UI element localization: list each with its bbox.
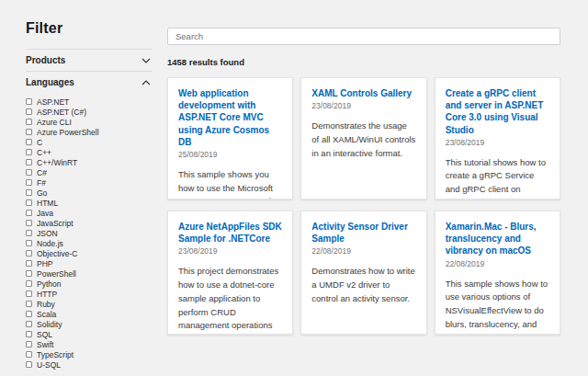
language-filter-option[interactable]: ASP.NET (C#) bbox=[26, 107, 153, 117]
sample-card-date: 23/08/2019 bbox=[446, 138, 549, 147]
checkbox-unchecked[interactable] bbox=[26, 260, 32, 267]
checkbox-unchecked[interactable] bbox=[26, 98, 32, 105]
language-label: U-SQL bbox=[37, 360, 61, 370]
language-filter-option[interactable]: C++/WinRT bbox=[26, 157, 153, 167]
sample-cards-grid: Web application development with ASP.NET… bbox=[167, 77, 560, 335]
language-filter-option[interactable]: ASP.NET bbox=[26, 97, 153, 107]
checkbox-unchecked[interactable] bbox=[26, 179, 32, 186]
sample-card-date: 25/08/2019 bbox=[178, 150, 282, 159]
language-label: Swift bbox=[37, 340, 53, 349]
sample-card: Create a gRPC client and server in ASP.N… bbox=[435, 77, 560, 199]
search-input[interactable] bbox=[167, 28, 560, 45]
language-filter-option[interactable]: U-SQL bbox=[26, 359, 153, 370]
language-filter-option[interactable]: C bbox=[26, 137, 153, 147]
checkbox-unchecked[interactable] bbox=[26, 159, 32, 165]
language-filter-option[interactable]: Python bbox=[26, 279, 153, 289]
language-filter-option[interactable]: Ruby bbox=[26, 299, 153, 309]
language-label: JSON bbox=[37, 229, 58, 238]
language-label: Objective-C bbox=[37, 249, 77, 258]
section-label-languages: Languages bbox=[26, 77, 74, 87]
sample-card: Web application development with ASP.NET… bbox=[167, 77, 293, 199]
language-filter-option[interactable]: Swift bbox=[26, 339, 153, 349]
sample-card-title-link[interactable]: XAML Controls Gallery bbox=[311, 87, 415, 99]
checkbox-unchecked[interactable] bbox=[26, 341, 32, 348]
checkbox-unchecked[interactable] bbox=[26, 250, 32, 256]
language-label: Solidity bbox=[37, 320, 62, 329]
sample-card: Activity Sensor Driver Sample 22/08/2019… bbox=[300, 211, 426, 335]
sample-card-description: This project demonstrates how to use a d… bbox=[178, 265, 282, 335]
language-filter-option[interactable]: Go bbox=[26, 188, 153, 198]
checkbox-unchecked[interactable] bbox=[26, 291, 32, 297]
language-filter-option[interactable]: HTML bbox=[26, 198, 153, 208]
language-label: Ruby bbox=[37, 300, 55, 309]
checkbox-unchecked[interactable] bbox=[26, 361, 32, 368]
checkbox-unchecked[interactable] bbox=[26, 199, 32, 206]
checkbox-unchecked[interactable] bbox=[26, 189, 32, 196]
language-label: Azure CLI bbox=[37, 118, 72, 127]
language-label: PHP bbox=[37, 259, 52, 268]
results-count: 1458 results found bbox=[167, 57, 560, 67]
checkbox-unchecked[interactable] bbox=[26, 230, 32, 236]
checkbox-unchecked[interactable] bbox=[26, 280, 32, 287]
section-header-languages[interactable]: Languages bbox=[26, 71, 153, 93]
language-filter-option[interactable]: JSON bbox=[26, 228, 153, 238]
language-filter-option[interactable]: PowerShell bbox=[26, 268, 153, 279]
checkbox-unchecked[interactable] bbox=[26, 210, 32, 216]
checkbox-unchecked[interactable] bbox=[26, 311, 32, 317]
language-label: HTML bbox=[37, 199, 58, 208]
checkbox-unchecked[interactable] bbox=[26, 331, 32, 337]
sample-card-date: 22/08/2019 bbox=[446, 259, 549, 268]
language-filter-option[interactable]: C++ bbox=[26, 147, 153, 157]
sample-card-description: This sample shows you how to use the Mic… bbox=[178, 168, 282, 199]
language-filter-option[interactable]: Azure CLI bbox=[26, 117, 153, 127]
language-filter-option[interactable]: JavaScript bbox=[26, 218, 153, 228]
language-filter-option[interactable]: Solidity bbox=[26, 319, 153, 329]
language-filter-option[interactable]: PHP bbox=[26, 258, 153, 268]
checkbox-unchecked[interactable] bbox=[26, 220, 32, 226]
checkbox-unchecked[interactable] bbox=[26, 321, 32, 327]
checkbox-unchecked[interactable] bbox=[26, 240, 32, 246]
checkbox-unchecked[interactable] bbox=[26, 351, 32, 358]
sample-card-description: This sample shows how to use various opt… bbox=[446, 278, 549, 335]
sample-card-title-link[interactable]: Web application development with ASP.NET… bbox=[178, 87, 282, 148]
sample-card-date: 22/08/2019 bbox=[311, 246, 415, 256]
language-filter-option[interactable]: C# bbox=[26, 167, 153, 177]
sample-card-description: This tutorial shows how to create a gRPC… bbox=[446, 156, 549, 199]
sample-card-title-link[interactable]: Xamarin.Mac - Blurs, translucency and vi… bbox=[446, 221, 549, 257]
language-label: Node.js bbox=[37, 239, 63, 248]
language-filter-option[interactable]: SQL bbox=[26, 329, 153, 339]
checkbox-unchecked[interactable] bbox=[26, 169, 32, 176]
checkbox-unchecked[interactable] bbox=[26, 301, 32, 307]
sample-card-date: 23/08/2019 bbox=[178, 246, 282, 256]
checkbox-unchecked[interactable] bbox=[26, 149, 32, 155]
language-filter-option[interactable]: HTTP bbox=[26, 289, 153, 299]
language-filter-option[interactable]: Java bbox=[26, 208, 153, 218]
language-filter-option[interactable]: Azure PowerShell bbox=[26, 127, 153, 137]
language-filter-option[interactable]: Objective-C bbox=[26, 248, 153, 258]
language-filter-option[interactable]: Node.js bbox=[26, 238, 153, 248]
checkbox-unchecked[interactable] bbox=[26, 108, 32, 115]
language-filter-option[interactable]: F# bbox=[26, 177, 153, 188]
sample-card-title-link[interactable]: Azure NetAppFiles SDK Sample for .NETCor… bbox=[178, 221, 282, 245]
checkbox-unchecked[interactable] bbox=[26, 119, 32, 125]
language-label: Go bbox=[37, 188, 47, 198]
checkbox-unchecked[interactable] bbox=[26, 129, 32, 135]
language-label: C++ bbox=[37, 148, 51, 157]
language-label: C bbox=[37, 138, 42, 147]
checkbox-unchecked[interactable] bbox=[26, 270, 32, 277]
sample-card-description: Demonstrates how to write a UMDF v2 driv… bbox=[311, 265, 415, 305]
chevron-up-icon[interactable] bbox=[141, 80, 151, 85]
language-filter-option[interactable]: TypeScript bbox=[26, 349, 153, 359]
language-filter-option[interactable]: Scala bbox=[26, 309, 153, 319]
language-label: Python bbox=[37, 279, 61, 289]
section-header-products[interactable]: Products bbox=[26, 49, 153, 71]
checkbox-unchecked[interactable] bbox=[26, 139, 32, 145]
language-filter-list: ASP.NET ASP.NET (C#) Azure CLI Azure Pow… bbox=[26, 93, 153, 370]
sample-card-title-link[interactable]: Activity Sensor Driver Sample bbox=[311, 221, 415, 245]
language-label: F# bbox=[37, 178, 46, 188]
language-label: Java bbox=[37, 209, 53, 218]
language-label: Azure PowerShell bbox=[37, 128, 99, 137]
sample-card-title-link[interactable]: Create a gRPC client and server in ASP.N… bbox=[446, 87, 549, 136]
chevron-down-icon[interactable] bbox=[141, 58, 151, 63]
filter-title: Filter bbox=[26, 20, 153, 37]
